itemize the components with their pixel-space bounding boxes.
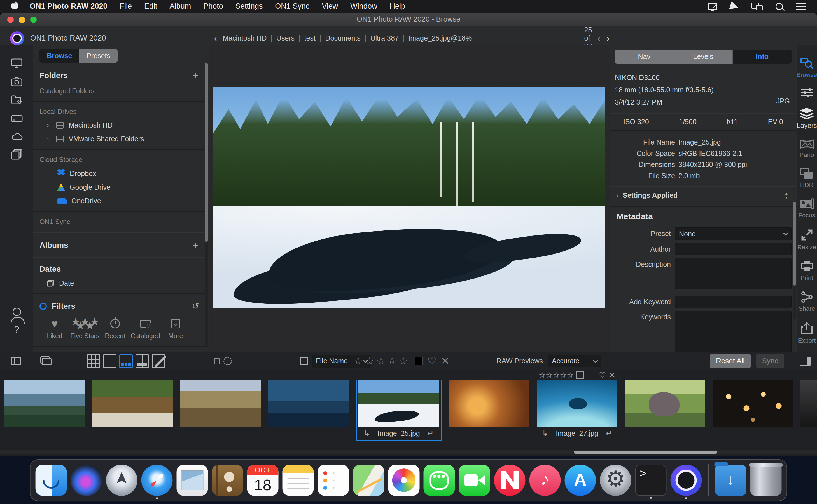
module-browse[interactable]: Browse (797, 58, 817, 79)
twisty-icon[interactable]: › (47, 122, 51, 129)
module-focus[interactable]: Focus (799, 198, 815, 219)
menu-window[interactable]: Window (350, 2, 377, 11)
keywords-field[interactable] (675, 311, 792, 358)
dock-calendar-icon[interactable]: OCT 18 (247, 465, 279, 496)
dual-display-icon[interactable] (752, 3, 763, 10)
menu-list-icon[interactable] (796, 3, 806, 10)
breadcrumb-users[interactable]: Users (276, 34, 295, 42)
drive-label[interactable]: Macintosh HD (69, 121, 112, 129)
dock-notes-icon[interactable] (283, 465, 314, 496)
close-window-button[interactable] (7, 17, 14, 23)
filter-recent[interactable]: Recent (100, 318, 130, 340)
cataloged-folders-icon[interactable] (11, 95, 23, 105)
thumbnail-forest-stream[interactable] (92, 380, 173, 427)
twisty-icon[interactable]: › (47, 135, 51, 143)
date-label[interactable]: Date (59, 279, 74, 287)
info-scrollbar-thumb[interactable] (793, 202, 796, 286)
thumbnail-size-icon[interactable] (214, 358, 220, 364)
dual-mode-icon[interactable] (40, 356, 53, 366)
albums-icon[interactable] (11, 149, 22, 160)
raw-previews-dropdown[interactable]: Accurate (548, 355, 601, 367)
next-photo-icon[interactable]: › (606, 33, 609, 44)
author-field[interactable] (675, 243, 792, 255)
apple-menu-icon[interactable] (11, 2, 18, 11)
sync-button[interactable]: Sync (756, 354, 785, 368)
add-keyword-field[interactable] (675, 296, 792, 308)
cloud-onedrive[interactable]: OneDrive (57, 197, 202, 205)
tab-nav[interactable]: Nav (615, 50, 674, 64)
dock-on1-photo-raw-icon[interactable] (671, 465, 702, 496)
filter-more[interactable]: ⌄ More (160, 318, 191, 340)
dock-terminal-icon[interactable] (635, 465, 667, 496)
drive-label[interactable]: VMware Shared Folders (69, 135, 144, 143)
compare-view-icon[interactable] (135, 354, 149, 368)
add-album-icon[interactable]: + (193, 240, 202, 251)
local-drives-icon[interactable] (11, 113, 23, 123)
filters-reset-icon[interactable]: ↺ (192, 301, 202, 311)
action-export[interactable]: Export (798, 322, 816, 344)
rotate-right-icon[interactable]: ↵ (427, 429, 434, 438)
filter-cataloged[interactable]: Cataloged (130, 318, 160, 340)
dock-mail-icon[interactable] (177, 465, 208, 496)
thumbnail-elephant[interactable] (625, 380, 705, 427)
thumbnail-snow-bw-partial[interactable] (800, 380, 817, 427)
tab-browse[interactable]: Browse (39, 49, 79, 63)
on1-sync-label[interactable]: ON1 Sync (39, 218, 202, 226)
hover-reject-icon[interactable]: ✕ (609, 371, 616, 380)
tab-levels[interactable]: Levels (674, 50, 733, 64)
detail-view-icon[interactable] (152, 354, 165, 368)
dock-siri-icon[interactable] (71, 465, 102, 496)
hover-color-label-icon[interactable] (576, 371, 584, 379)
sidebar-scrollbar-thumb[interactable] (205, 63, 208, 242)
dock-system-preferences-icon[interactable] (600, 465, 632, 496)
cloud-dropbox[interactable]: Dropbox (57, 169, 202, 178)
thumbnail-string-lights[interactable] (713, 380, 793, 427)
filmstrip-scrollbar-thumb[interactable] (574, 451, 717, 454)
dock-photos-icon[interactable] (388, 465, 420, 496)
toolbar-reject-icon[interactable]: ✕ (441, 355, 449, 367)
date-item[interactable]: Date (47, 279, 202, 287)
dock-news-icon[interactable] (494, 465, 525, 496)
menu-app-name[interactable]: ON1 Photo RAW 2020 (30, 2, 107, 11)
dock-launchpad-icon[interactable] (106, 465, 137, 496)
dock-downloads-icon[interactable] (715, 465, 747, 496)
camera-imports-icon[interactable] (11, 77, 22, 86)
tab-info[interactable]: Info (733, 50, 792, 64)
module-edit[interactable] (801, 88, 813, 98)
menu-help[interactable]: Help (389, 2, 405, 11)
spotlight-search-icon[interactable] (776, 3, 783, 10)
toggle-left-panel-icon[interactable] (11, 357, 21, 365)
filter-liked[interactable]: ♥ Liked (39, 318, 70, 340)
dock-app-store-icon[interactable] (565, 465, 596, 496)
menu-view[interactable]: View (322, 2, 338, 11)
thumbnail-spa-still-life[interactable] (449, 380, 529, 427)
dock-contacts-icon[interactable] (212, 465, 243, 496)
minimize-window-button[interactable] (19, 17, 25, 23)
menu-settings[interactable]: Settings (236, 2, 263, 11)
menu-album[interactable]: Album (170, 2, 191, 11)
thumbnail-autumn-hills[interactable] (180, 380, 261, 427)
dock-reminders-icon[interactable] (318, 465, 349, 496)
menu-file[interactable]: File (120, 2, 132, 11)
hover-like-icon[interactable]: ♡ (599, 371, 606, 380)
display-icon[interactable] (708, 3, 717, 10)
help-icon[interactable]: ? (11, 324, 22, 335)
toolbar-like-icon[interactable]: ♡ (428, 355, 436, 367)
rotate-right-icon[interactable]: ↵ (605, 429, 612, 438)
reset-all-button[interactable]: Reset All (710, 354, 751, 368)
grid-view-icon[interactable] (87, 354, 100, 368)
dock-safari-icon[interactable] (141, 465, 173, 496)
cloud-label[interactable]: Dropbox (70, 169, 96, 178)
sort-checkbox[interactable] (300, 357, 308, 365)
dock-maps-icon[interactable] (353, 465, 384, 496)
cloud-label[interactable]: Google Drive (70, 183, 111, 191)
add-folder-icon[interactable]: + (193, 70, 202, 81)
menu-on1-sync[interactable]: ON1 Sync (275, 2, 309, 11)
module-hdr[interactable]: HDR (800, 168, 814, 189)
twisty-icon[interactable]: › (617, 192, 619, 199)
breadcrumb-test[interactable]: test (304, 34, 316, 42)
drive-macintosh-hd[interactable]: › Macintosh HD (47, 121, 202, 129)
zoom-window-button[interactable] (30, 17, 37, 23)
thumbnail-sea-turtle[interactable] (537, 380, 618, 427)
thumbnail-size-slider[interactable] (235, 361, 296, 361)
